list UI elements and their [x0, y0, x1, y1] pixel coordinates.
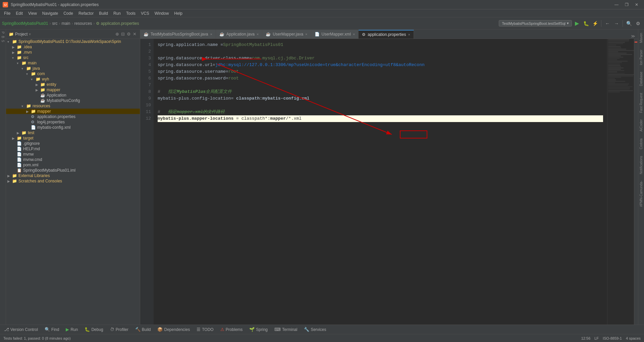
bottom-tool-todo[interactable]: ☰TODO — [195, 326, 215, 333]
back-button[interactable]: ← — [603, 19, 611, 27]
close-button[interactable]: ✕ — [632, 1, 641, 8]
editor-tab-testmybatisplusspringboot-java[interactable]: ☕TestMybatisPlusSpringBoot.java× — [140, 30, 216, 39]
main-layout: P B S 📁 Project ▾ ⊕ ⊟ ⚙ ✕ ▾📁SpringBootMy… — [0, 30, 644, 325]
bookmarks-icon[interactable]: B — [0, 35, 5, 39]
run-button[interactable]: ▶ — [573, 19, 581, 27]
bottom-tool-version-control[interactable]: ⎇Version Control — [3, 326, 39, 333]
search-button[interactable]: 🔍 — [625, 19, 633, 27]
editor-tab-application-java[interactable]: ☕Application.java× — [216, 30, 263, 39]
tree-item-mybatisplusconfig[interactable]: ☕MybatisPlusConfig — [6, 98, 140, 103]
tree-item-icon: 📄 — [17, 147, 22, 151]
coverage-button[interactable]: ⚡ — [591, 19, 599, 27]
tree-item-test[interactable]: ▶📁test — [6, 130, 140, 135]
version-control-icon: ⎇ — [4, 327, 9, 332]
tree-item--gitignore[interactable]: 📄.gitignore — [6, 141, 140, 146]
find-icon: 🔍 — [45, 327, 50, 332]
tab-close-icon[interactable]: × — [305, 32, 307, 36]
menu-item-run[interactable]: Run — [111, 10, 123, 16]
menu-item-help[interactable]: Help — [171, 10, 185, 16]
editor-tab-application-properties[interactable]: ⚙application.properties× — [359, 30, 414, 39]
run-config[interactable]: TestMybatisPlusSpringBoot.testSelfSql ▾ — [499, 20, 572, 26]
tree-item-src[interactable]: ▾📁src — [6, 55, 140, 60]
tree-item-target[interactable]: ▶📁target — [6, 135, 140, 141]
tree-item--idea[interactable]: ▶📁.idea — [6, 44, 140, 50]
editor-tab-usermapper-xml[interactable]: 📄UserMapper.xml× — [311, 30, 359, 39]
bottom-tool-profiler[interactable]: ⏱Profiler — [109, 326, 130, 333]
tree-item-application-properties[interactable]: ⚙application.properties — [6, 114, 140, 119]
right-sidebar-database[interactable]: Database — [639, 70, 644, 88]
tree-arrow-icon: ▾ — [26, 72, 31, 76]
tree-item-external-libraries[interactable]: ▶📁External Libraries — [6, 173, 140, 178]
code-area[interactable]: spring.application.name =SpringBootMybat… — [154, 39, 607, 325]
structure-icon[interactable]: S — [0, 39, 5, 43]
tree-item-application[interactable]: ☕Application — [6, 93, 140, 98]
tree-item-pom-xml[interactable]: 📄pom.xml — [6, 162, 140, 168]
maximize-button[interactable]: ❐ — [622, 1, 631, 8]
tree-item-icon: 📁 — [12, 39, 17, 44]
bottom-tool-terminal[interactable]: ⌨Terminal — [273, 326, 299, 333]
bottom-tool-problems[interactable]: ⚠Problems — [219, 326, 244, 333]
bottom-tool-spring[interactable]: 🌱Spring — [248, 326, 269, 333]
tree-item-springbootmybatisplus01[interactable]: ▾📁SpringBootMybatisPlus01 D:\Tools\JavaW… — [6, 39, 140, 44]
tree-item-mybatis-config-xml[interactable]: 📄mybatis-config.xml — [6, 125, 140, 130]
menu-item-build[interactable]: Build — [96, 10, 111, 16]
right-sidebar--pmn-camunda-[interactable]: #PMN-Camunda- — [639, 179, 644, 209]
tree-item-wyh[interactable]: ▾📁wyh — [6, 76, 140, 82]
run-config-label: TestMybatisPlusSpringBoot.testSelfSql — [502, 21, 566, 25]
tab-close-icon[interactable]: × — [210, 32, 212, 36]
menu-item-navigate[interactable]: Navigate — [40, 10, 61, 16]
tree-item-entity[interactable]: ▶📁entity — [6, 82, 140, 87]
tree-item-log4j-properties[interactable]: ⚙log4j.properties — [6, 119, 140, 125]
tree-item-springbootmybatisplus01-iml[interactable]: 📋SpringBootMybatisPlus01.iml — [6, 168, 140, 173]
tree-item-scratches-and-consoles[interactable]: ▶📁Scratches and Consoles — [6, 178, 140, 184]
right-sidebar-codota[interactable]: Codota — [639, 136, 644, 151]
bottom-tool-build[interactable]: 🔨Build — [134, 326, 152, 333]
right-sidebar-fast-request[interactable]: Fast Request — [639, 91, 644, 115]
bottom-tool-run[interactable]: ▶Run — [64, 326, 79, 333]
tree-item-icon: 📁 — [26, 66, 32, 71]
editor-tab-usermapper-java[interactable]: ☕UserMapper.java× — [262, 30, 311, 39]
tree-item--mvn[interactable]: ▶📁.mvn — [6, 50, 140, 55]
tree-item-main[interactable]: ▾📁main — [6, 60, 140, 66]
tree-item-mvnw-cmd[interactable]: 📄mvnw.cmd — [6, 157, 140, 162]
collapse-icon[interactable]: ⊟ — [120, 31, 125, 37]
bottom-tool-find[interactable]: 🔍Find — [43, 326, 60, 333]
menu-item-view[interactable]: View — [25, 10, 40, 16]
minimize-button[interactable]: — — [612, 1, 621, 8]
tab-close-icon[interactable]: × — [353, 32, 355, 36]
right-sidebar-notifications[interactable]: Notifications — [639, 154, 644, 176]
tree-item-com[interactable]: ▾📁com — [6, 71, 140, 76]
project-icon[interactable]: P — [0, 31, 5, 35]
forward-button[interactable]: → — [612, 19, 621, 27]
tab-more-button[interactable]: ≫ — [628, 34, 638, 39]
right-sidebar-ion-parser[interactable]: Ion Parser — [639, 48, 644, 67]
tab-label: application.properties — [368, 32, 406, 37]
settings-button[interactable]: ⚙ — [634, 19, 642, 27]
tree-item-mapper[interactable]: ▶📁mapper — [6, 109, 140, 114]
right-sidebar-aicoder[interactable]: AiCoder — [639, 117, 644, 133]
menu-item-file[interactable]: File — [1, 10, 13, 16]
tree-item-mvnw[interactable]: 📄mvnw — [6, 152, 140, 157]
tree-item-mapper[interactable]: ▶📁mapper — [6, 87, 140, 93]
settings-icon[interactable]: ⚙ — [126, 31, 131, 37]
tree-item-help-md[interactable]: 📄HELP.md — [6, 146, 140, 152]
bottom-tool-debug[interactable]: 🐛Debug — [83, 326, 104, 333]
menu-item-code[interactable]: Code — [61, 10, 76, 16]
menu-item-refactor[interactable]: Refactor — [76, 10, 96, 16]
menu-item-vcs[interactable]: VCS — [138, 10, 152, 16]
problems-icon: ⚠ — [220, 327, 224, 332]
bottom-tool-services[interactable]: 🔧Services — [303, 326, 327, 333]
tab-close-icon[interactable]: × — [408, 33, 410, 37]
add-icon[interactable]: ⊕ — [115, 31, 120, 37]
bottom-tool-dependencies[interactable]: 📦Dependencies — [156, 326, 191, 333]
tree-item-label: target — [23, 136, 34, 140]
tree-item-resources[interactable]: ▾📁resources — [6, 103, 140, 109]
tree-item-java[interactable]: ▾📁java — [6, 66, 140, 71]
close-icon[interactable]: ✕ — [132, 31, 137, 37]
menu-item-window[interactable]: Window — [152, 10, 172, 16]
menu-item-tools[interactable]: Tools — [123, 10, 138, 16]
menu-item-edit[interactable]: Edit — [13, 10, 25, 16]
debug-button[interactable]: 🐛 — [582, 19, 590, 27]
right-sidebar-maven[interactable]: Maven — [639, 31, 644, 45]
tab-close-icon[interactable]: × — [257, 32, 259, 36]
